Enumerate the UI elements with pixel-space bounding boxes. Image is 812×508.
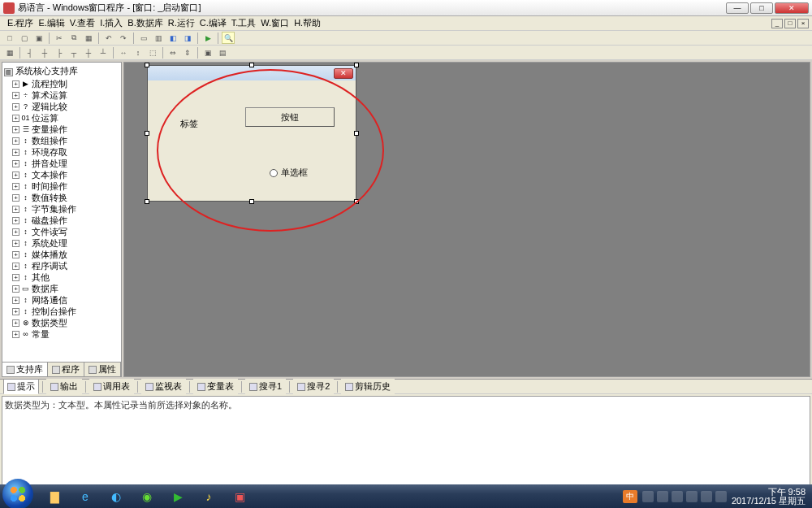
redo-icon[interactable]: ↷ <box>117 32 130 44</box>
expand-icon[interactable]: + <box>12 319 19 327</box>
task-ie-icon[interactable]: e <box>72 488 98 506</box>
ime-indicator[interactable]: 中 <box>623 490 637 503</box>
expand-icon[interactable]: + <box>12 240 19 247</box>
tray-icon[interactable] <box>642 491 654 502</box>
center-h-icon[interactable]: ▣ <box>201 46 214 59</box>
task-360-icon[interactable]: ◉ <box>134 488 160 506</box>
clock[interactable]: 下午 9:58 2017/12/15 星期五 <box>732 488 806 506</box>
tree-item[interactable]: +▭数据库 <box>4 283 119 294</box>
expand-icon[interactable]: + <box>12 160 19 167</box>
align-left-icon[interactable]: ┤ <box>24 46 37 59</box>
tab-calltable[interactable]: 调用表 <box>89 379 134 394</box>
tree-item[interactable]: +∞常量 <box>4 328 119 340</box>
tree-item[interactable]: +↕字节集操作 <box>4 203 119 215</box>
grid-icon[interactable]: ▦ <box>3 46 16 59</box>
center-v-icon[interactable]: ▤ <box>216 46 229 59</box>
tree-item[interactable]: +↕环境存取 <box>4 146 119 158</box>
bookmark2-icon[interactable]: ◨ <box>181 32 194 44</box>
align-center-icon[interactable]: ┼ <box>38 46 51 59</box>
tree-item[interactable]: +↕数组操作 <box>4 135 119 146</box>
tray-icon[interactable] <box>701 491 712 502</box>
expand-icon[interactable]: + <box>12 80 19 88</box>
close-button[interactable]: ✕ <box>775 2 809 14</box>
align-top-icon[interactable]: ┬ <box>67 46 80 59</box>
tree-item[interactable]: +↕媒体播放 <box>4 249 119 260</box>
library-tree[interactable]: ▥系统核心支持库 +▶流程控制+÷算术运算+?逻辑比较+01位运算+☰变量操作+… <box>2 63 121 362</box>
minimize-button[interactable]: — <box>726 2 749 14</box>
tree-item[interactable]: +↕文件读写 <box>4 226 119 237</box>
form-designer[interactable]: ✕ 标签 按钮 单选框 <box>147 65 356 202</box>
expand-icon[interactable]: + <box>12 115 19 122</box>
menu-help[interactable]: H.帮助 <box>292 17 323 29</box>
hspace-icon[interactable]: ⇔ <box>166 46 179 59</box>
mdi-close-button[interactable]: × <box>797 19 809 28</box>
align-mid-icon[interactable]: ┼ <box>82 46 95 59</box>
paste-icon[interactable]: ▦ <box>82 32 95 44</box>
menu-window[interactable]: W.窗口 <box>258 17 292 29</box>
copy-icon[interactable]: ⧉ <box>67 32 80 44</box>
design-label[interactable]: 标签 <box>180 118 198 130</box>
expand-icon[interactable]: + <box>12 172 19 179</box>
mdi-min-button[interactable]: _ <box>771 19 783 28</box>
design-radio[interactable]: 单选框 <box>270 167 308 179</box>
task-media-icon[interactable]: ◐ <box>103 488 129 506</box>
expand-icon[interactable]: + <box>12 263 19 270</box>
open-icon[interactable]: ▢ <box>18 32 31 44</box>
tree-item[interactable]: +01位运算 <box>4 112 119 124</box>
expand-icon[interactable]: + <box>12 251 19 258</box>
layout-icon[interactable]: ▥ <box>152 32 165 44</box>
tree-item[interactable]: +↕网络通信 <box>4 294 119 306</box>
tree-item[interactable]: +↕程序调试 <box>4 260 119 271</box>
tab-hint[interactable]: 提示 <box>3 379 39 394</box>
form-close-button[interactable]: ✕ <box>334 68 353 79</box>
tab-variables[interactable]: 变量表 <box>193 379 238 394</box>
maximize-button[interactable]: □ <box>750 2 773 14</box>
expand-icon[interactable]: + <box>12 217 19 224</box>
expand-icon[interactable]: + <box>12 228 19 236</box>
cut-icon[interactable]: ✂ <box>53 32 66 44</box>
tree-item[interactable]: +↕文本操作 <box>4 169 119 180</box>
find-icon[interactable]: 🔍 <box>222 32 235 44</box>
expand-icon[interactable]: + <box>12 308 19 315</box>
tab-cliphistory[interactable]: 剪辑历史 <box>341 379 395 394</box>
task-iqiyi-icon[interactable]: ▶ <box>165 488 191 506</box>
tray-icon[interactable] <box>686 491 698 502</box>
tray-icon[interactable] <box>672 491 683 502</box>
new-icon[interactable]: □ <box>3 32 16 44</box>
sidebar-tab-support[interactable]: 支持库 <box>2 363 48 376</box>
sidebar-tab-props[interactable]: 属性 <box>84 363 121 376</box>
tab-watch[interactable]: 监视表 <box>141 379 186 394</box>
tab-search1[interactable]: 搜寻1 <box>245 379 286 394</box>
menu-compile[interactable]: C.编译 <box>197 17 229 29</box>
task-app-icon[interactable]: ▣ <box>227 488 253 506</box>
expand-icon[interactable]: + <box>12 137 19 145</box>
start-button[interactable] <box>2 479 33 508</box>
expand-icon[interactable]: + <box>12 206 19 213</box>
tray-icon[interactable] <box>715 491 727 502</box>
bookmark-icon[interactable]: ◧ <box>166 32 179 44</box>
expand-icon[interactable]: + <box>12 194 19 202</box>
expand-icon[interactable]: + <box>12 297 19 304</box>
menu-insert[interactable]: I.插入 <box>97 17 125 29</box>
menu-database[interactable]: B.数据库 <box>125 17 165 29</box>
design-button[interactable]: 按钮 <box>245 107 335 127</box>
save-icon[interactable]: ▣ <box>32 32 45 44</box>
expand-icon[interactable]: + <box>12 285 19 293</box>
tree-item[interactable]: +÷算术运算 <box>4 89 119 101</box>
tab-search2[interactable]: 搜寻2 <box>293 379 334 394</box>
expand-icon[interactable]: + <box>12 103 19 111</box>
mdi-max-button[interactable]: □ <box>784 19 796 28</box>
tree-item[interactable]: +↕控制台操作 <box>4 306 119 317</box>
align-bot-icon[interactable]: ┴ <box>97 46 110 59</box>
menu-tools[interactable]: T.工具 <box>229 17 259 29</box>
design-canvas[interactable]: ✕ 标签 按钮 单选框 <box>123 62 810 377</box>
same-width-icon[interactable]: ↔ <box>117 46 130 59</box>
task-explorer-icon[interactable]: ▇ <box>41 488 67 506</box>
menu-program[interactable]: E.程序 <box>5 17 36 29</box>
expand-icon[interactable]: + <box>12 126 19 133</box>
tree-item[interactable]: +↕其他 <box>4 271 119 283</box>
menu-edit[interactable]: E.编辑 <box>36 17 67 29</box>
menu-run[interactable]: R.运行 <box>166 17 197 29</box>
expand-icon[interactable]: + <box>12 331 19 338</box>
tree-item[interactable]: +↕数值转换 <box>4 192 119 203</box>
